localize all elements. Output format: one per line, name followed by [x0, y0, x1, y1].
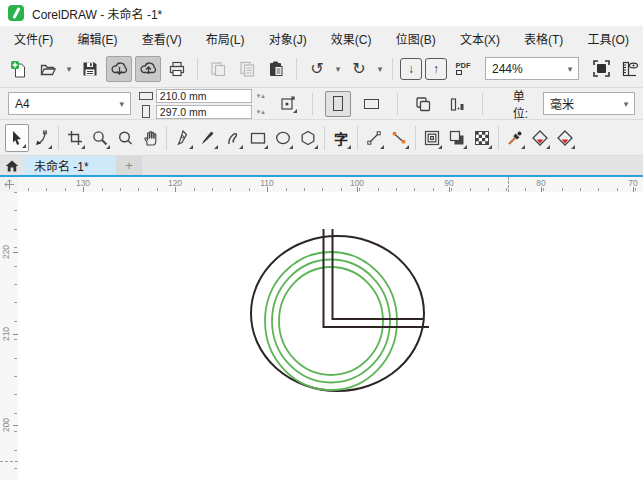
- welcome-home-button[interactable]: [0, 156, 24, 175]
- document-tab-label: 未命名 -1*: [34, 157, 89, 174]
- units-combo[interactable]: 毫米 ▾: [543, 92, 635, 115]
- cursor-position-marker: [508, 177, 509, 192]
- document-tab-active[interactable]: 未命名 -1*: [24, 156, 116, 175]
- save-floppy-icon: [81, 60, 99, 78]
- paste-special-button[interactable]: [205, 56, 231, 82]
- polygon-icon: [299, 129, 317, 147]
- page-size-dropdown-arrow[interactable]: ▾: [117, 99, 127, 109]
- open-button[interactable]: [35, 56, 61, 82]
- copy-icon: [238, 60, 256, 78]
- menu-edit[interactable]: 编辑(E): [74, 28, 122, 49]
- ellipse-icon: [274, 129, 292, 147]
- cloud-download-button[interactable]: [106, 56, 132, 82]
- paste-button[interactable]: [263, 56, 289, 82]
- smart-fill-tool[interactable]: [553, 124, 577, 152]
- import-button[interactable]: ↓: [400, 58, 422, 80]
- page-size-combo[interactable]: A4 ▾: [8, 92, 131, 115]
- zoom-secondary-tool[interactable]: [113, 124, 137, 152]
- zoom-level-combo[interactable]: 244% ▾: [485, 57, 579, 80]
- width-spinner[interactable]: ▾▴: [257, 92, 266, 100]
- zoom-dropdown-arrow[interactable]: ▾: [565, 64, 575, 74]
- menu-tools[interactable]: 工具(O): [584, 28, 633, 49]
- redo-dropdown-arrow[interactable]: ▾: [375, 64, 385, 74]
- menu-view[interactable]: 查看(V): [138, 28, 186, 49]
- save-button[interactable]: [77, 56, 103, 82]
- fullscreen-icon: [592, 59, 611, 78]
- polygon-tool[interactable]: [296, 124, 320, 152]
- height-spinner[interactable]: ▾▴: [257, 108, 266, 116]
- toolbox-separator: [58, 126, 59, 150]
- nudge-offset-button[interactable]: [274, 91, 300, 117]
- menu-effects[interactable]: 效果(C): [327, 28, 376, 49]
- undo-icon: ↺: [310, 61, 323, 77]
- menu-text[interactable]: 文本(X): [456, 28, 504, 49]
- menu-bitmaps[interactable]: 位图(B): [392, 28, 440, 49]
- smart-fill-icon: [556, 129, 574, 147]
- connector-tool[interactable]: [387, 124, 411, 152]
- magnifier-icon: [116, 129, 134, 147]
- new-tab-button[interactable]: +: [116, 156, 142, 175]
- undo-dropdown-arrow[interactable]: ▾: [333, 64, 343, 74]
- units-label: 单位:: [513, 87, 535, 121]
- vertical-ruler[interactable]: 220 210 200: [0, 192, 18, 480]
- pick-tool[interactable]: [5, 124, 29, 152]
- pan-tool[interactable]: [138, 124, 162, 152]
- pdf-icon: PDF: [456, 62, 471, 70]
- bspline-tool[interactable]: [221, 124, 245, 152]
- copy-button[interactable]: [234, 56, 260, 82]
- shadow-tool[interactable]: [445, 124, 469, 152]
- print-button[interactable]: [164, 56, 190, 82]
- toolbox-separator: [498, 126, 499, 150]
- publish-pdf-button[interactable]: PDF: [450, 56, 476, 82]
- landscape-button[interactable]: [359, 91, 385, 117]
- transparency-tool[interactable]: [470, 124, 494, 152]
- zoom-tool[interactable]: [88, 124, 112, 152]
- paste-icon: [267, 60, 285, 78]
- pen-tool[interactable]: [171, 124, 195, 152]
- new-document-button[interactable]: [6, 56, 32, 82]
- ruler-minor-ticks: [14, 192, 17, 480]
- menu-file[interactable]: 文件(F): [10, 28, 57, 49]
- eyedropper-tool[interactable]: [503, 124, 527, 152]
- fullscreen-preview-button[interactable]: [588, 56, 614, 82]
- line-tool-icon: [365, 129, 383, 147]
- show-rulers-button[interactable]: [617, 56, 643, 82]
- rectangle-tool[interactable]: [246, 124, 270, 152]
- contour-tool[interactable]: [420, 124, 444, 152]
- text-tool[interactable]: 字: [329, 124, 353, 152]
- page-width-field[interactable]: 210.0 mm: [156, 89, 252, 103]
- portrait-button[interactable]: [325, 91, 351, 117]
- menu-table[interactable]: 表格(T): [520, 28, 567, 49]
- ruler-origin-corner[interactable]: [0, 177, 18, 192]
- page-dimensions: 210.0 mm ▾▴ 297.0 mm ▾▴: [139, 89, 266, 119]
- undo-button[interactable]: ↺: [304, 56, 330, 82]
- page-height-field[interactable]: 297.0 mm: [156, 105, 252, 119]
- shape-tool[interactable]: [30, 124, 54, 152]
- ruler-origin-icon: [4, 179, 15, 190]
- horizontal-ruler[interactable]: 130 120 110 100 90 80 70: [18, 177, 643, 192]
- cloud-upload-button[interactable]: [135, 56, 161, 82]
- menu-layout[interactable]: 布局(L): [202, 28, 249, 49]
- crop-tool[interactable]: [63, 124, 87, 152]
- brush-tool[interactable]: [196, 124, 220, 152]
- menu-object[interactable]: 对象(J): [265, 28, 311, 49]
- open-dropdown-arrow[interactable]: ▾: [64, 64, 74, 74]
- toolbox-separator: [415, 126, 416, 150]
- open-folder-icon: [39, 60, 57, 78]
- export-button[interactable]: ↑: [425, 58, 447, 80]
- document-tab-bar: 未命名 -1* +: [0, 156, 643, 177]
- page-width-value: 210.0 mm: [160, 90, 207, 102]
- page-width-icon: [139, 92, 153, 100]
- current-page-button[interactable]: [444, 91, 470, 117]
- all-pages-button[interactable]: [410, 91, 436, 117]
- zoom-tool-icon: [91, 129, 109, 147]
- rectangle-icon: [249, 129, 267, 147]
- nudge-offset-icon: [278, 95, 296, 113]
- interactive-fill-tool[interactable]: [528, 124, 552, 152]
- drawing-canvas[interactable]: [18, 192, 643, 480]
- redo-button[interactable]: ↻: [346, 56, 372, 82]
- ellipse-tool[interactable]: [271, 124, 295, 152]
- line-tool[interactable]: [362, 124, 386, 152]
- toolbox-separator: [166, 126, 167, 150]
- units-dropdown-arrow[interactable]: ▾: [621, 99, 631, 109]
